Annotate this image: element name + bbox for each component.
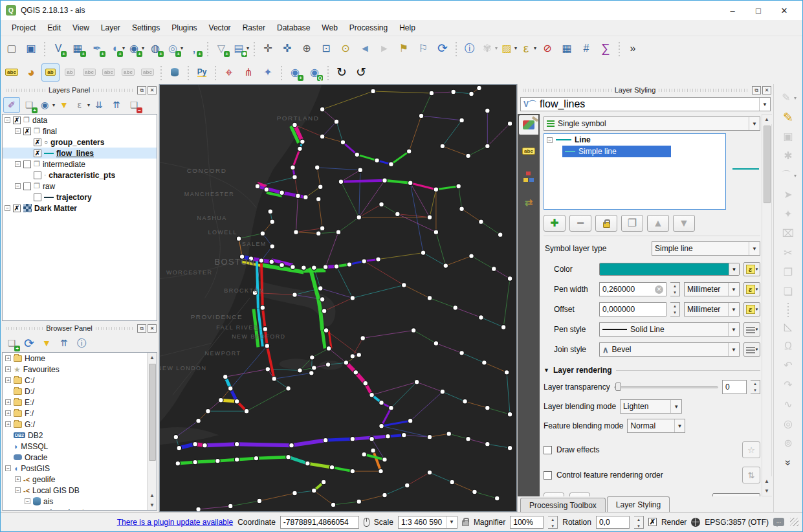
add-spatialite-layer-button[interactable]: ✒+ bbox=[88, 39, 106, 58]
menu-raster[interactable]: Raster bbox=[237, 21, 271, 34]
menu-edit[interactable]: Edit bbox=[41, 21, 67, 34]
browser-panel-close-icon[interactable]: ✕ bbox=[148, 324, 157, 333]
layer-diagram-button[interactable]: ◕ bbox=[22, 63, 40, 82]
redo-style-button[interactable]: ↷ bbox=[569, 493, 590, 496]
open-layer-styling-button[interactable]: ✐ bbox=[3, 97, 20, 113]
messages-icon[interactable]: … bbox=[773, 518, 784, 526]
rotation-input[interactable] bbox=[596, 516, 630, 529]
add-wfs-layer-button[interactable]: ◎+▾ bbox=[166, 39, 184, 58]
paste-features-button[interactable]: ❏ bbox=[779, 283, 797, 301]
show-bookmarks-button[interactable]: ⚐ bbox=[414, 39, 432, 58]
symbol-tree-root[interactable]: − Line bbox=[544, 134, 725, 146]
offset-stepper[interactable]: ▲▼ bbox=[670, 302, 680, 316]
layer-item-raw[interactable]: −❐raw bbox=[3, 181, 157, 192]
refresh-map-button[interactable]: ⟳ bbox=[434, 39, 452, 58]
add-symbol-layer-button[interactable]: ✚ bbox=[544, 215, 566, 232]
menu-vector[interactable]: Vector bbox=[203, 21, 237, 34]
add-vector-layer-button[interactable]: V+ bbox=[49, 39, 67, 58]
browser-item-ais[interactable]: −ais bbox=[3, 496, 157, 507]
expand-icon[interactable]: + bbox=[5, 399, 11, 405]
add-selected-layers-button[interactable]: ❏+ bbox=[3, 335, 20, 351]
collapse-icon[interactable]: − bbox=[15, 183, 21, 189]
rotation-stepper[interactable]: ▲▼ bbox=[634, 516, 644, 529]
add-raster-layer-button[interactable]: ▦+ bbox=[69, 39, 87, 58]
visibility-checkbox[interactable]: ✗ bbox=[34, 150, 41, 157]
deselect-features-button[interactable]: ⊘ bbox=[538, 39, 556, 58]
collapse-icon[interactable]: − bbox=[547, 137, 553, 143]
visibility-checkbox[interactable] bbox=[34, 172, 41, 179]
toolbar-extend-button[interactable]: » bbox=[779, 454, 797, 472]
collapse-all-button[interactable]: ⇈ bbox=[108, 97, 125, 113]
scale-lock-icon[interactable] bbox=[462, 520, 469, 526]
join-style-select[interactable]: ∧ Bevel ▼ bbox=[599, 342, 740, 357]
rotate-ccw-button[interactable]: ↺ bbox=[352, 63, 370, 82]
layer-styling-float-icon[interactable]: ⧉ bbox=[752, 86, 761, 94]
pen-width-input[interactable]: 0,260000 ✕ bbox=[599, 282, 666, 296]
join-style-data-defined-button[interactable]: ▾ bbox=[743, 342, 760, 357]
zoom-full-button[interactable]: ⊡ bbox=[317, 39, 335, 58]
transparency-stepper[interactable]: ▲▼ bbox=[751, 380, 760, 394]
pen-width-unit-select[interactable]: Millimeter ▼ bbox=[684, 282, 740, 296]
browser-properties-button[interactable]: ⓘ bbox=[73, 335, 90, 351]
browser-item-favourites[interactable]: +★Favourites bbox=[3, 364, 157, 375]
layer-labeling-button[interactable]: abc bbox=[3, 63, 21, 82]
control-rendering-order-checkbox[interactable] bbox=[544, 471, 552, 480]
save-project-button[interactable]: ▣ bbox=[22, 39, 40, 58]
effects-options-button[interactable]: ☆ bbox=[742, 441, 760, 458]
simplify-feature-button[interactable]: ∿ bbox=[779, 395, 797, 414]
rotate-label-button[interactable]: abc bbox=[119, 63, 137, 82]
menu-settings[interactable]: Settings bbox=[126, 21, 166, 34]
osm-search-add-button[interactable]: ◉+ bbox=[286, 63, 304, 82]
current-edits-button[interactable]: ✎▾ bbox=[779, 89, 797, 107]
remove-layer-button[interactable]: ❏− bbox=[126, 97, 142, 113]
new-shapefile-layer-button[interactable]: ▽+ bbox=[212, 39, 230, 58]
expand-icon[interactable]: + bbox=[15, 476, 21, 482]
zoom-in-button[interactable]: ⊕ bbox=[298, 39, 316, 58]
snapping-button[interactable]: Ω bbox=[779, 337, 797, 355]
add-part-button[interactable]: ⊚ bbox=[779, 434, 797, 452]
browser-item-postgis[interactable]: −◖PostGIS bbox=[3, 463, 157, 474]
offset-data-defined-button[interactable]: ε▾ bbox=[743, 302, 760, 316]
collapse-icon[interactable]: − bbox=[15, 487, 21, 493]
new-project-button[interactable]: ▢ bbox=[3, 39, 21, 58]
pan-map-button[interactable]: ✛ bbox=[259, 39, 277, 58]
scale-select[interactable]: 1:3 460 590 ▼ bbox=[398, 516, 457, 529]
filter-legend-button[interactable]: ▼ bbox=[56, 97, 72, 113]
select-features-button[interactable]: ▨▾ bbox=[500, 39, 518, 58]
browser-item-mssql[interactable]: ◗MSSQL bbox=[3, 441, 157, 452]
collapse-browser-button[interactable]: ⇈ bbox=[56, 335, 72, 351]
menu-web[interactable]: Web bbox=[316, 21, 343, 34]
pen-width-stepper[interactable]: ▲▼ bbox=[670, 282, 680, 296]
collapse-icon[interactable]: − bbox=[5, 117, 10, 123]
move-label-button[interactable]: abc bbox=[100, 63, 118, 82]
pen-style-select[interactable]: Solid Line ▼ bbox=[599, 322, 740, 337]
zoom-last-button[interactable]: ◄ bbox=[356, 39, 374, 58]
layer-styling-close-icon[interactable]: ✕ bbox=[762, 86, 771, 94]
move-down-symbol-layer-button[interactable]: ▼ bbox=[673, 215, 695, 232]
python-console-button[interactable]: Py bbox=[193, 63, 211, 82]
add-virtual-layer-button[interactable]: ▤✱▾ bbox=[232, 39, 250, 58]
collapse-icon[interactable]: − bbox=[15, 161, 21, 167]
browser-item-broadcast[interactable]: ∴broadcast bbox=[3, 507, 157, 511]
styling-layer-select[interactable]: V⌒ flow_lines ▼ bbox=[520, 97, 771, 111]
browser-item-geolife[interactable]: +-<geolife bbox=[3, 474, 157, 485]
pen-style-data-defined-button[interactable]: ▾ bbox=[743, 322, 760, 337]
browser-item-db2[interactable]: DB2DB2 bbox=[3, 430, 157, 441]
browser-item-d-[interactable]: D:/ bbox=[3, 386, 157, 397]
magnifier-stepper[interactable]: ▲▼ bbox=[548, 516, 558, 529]
visibility-checkbox[interactable]: ✗ bbox=[13, 205, 21, 212]
resize-grip[interactable] bbox=[790, 518, 798, 526]
menu-help[interactable]: Help bbox=[393, 21, 421, 34]
layer-item-data[interactable]: −✗❐data bbox=[3, 115, 157, 126]
filter-browser-button[interactable]: ▼ bbox=[38, 335, 55, 351]
browser-item-f-[interactable]: +F:/ bbox=[3, 408, 157, 419]
undo-button[interactable]: ↶ bbox=[779, 357, 797, 375]
copy-features-button[interactable]: ❐ bbox=[779, 263, 797, 282]
topology-tool-button[interactable]: ⋔ bbox=[239, 63, 258, 82]
move-up-symbol-layer-button[interactable]: ▲ bbox=[647, 215, 669, 232]
browser-panel-float-icon[interactable]: ⧉ bbox=[137, 324, 146, 333]
collapse-icon[interactable]: − bbox=[25, 498, 30, 504]
tab-processing-toolbox[interactable]: Processing Toolbox bbox=[520, 498, 606, 512]
layer-item-flow_lines[interactable]: ✗flow_lines bbox=[3, 148, 157, 159]
browser-item-e-[interactable]: +E:/ bbox=[3, 397, 157, 408]
